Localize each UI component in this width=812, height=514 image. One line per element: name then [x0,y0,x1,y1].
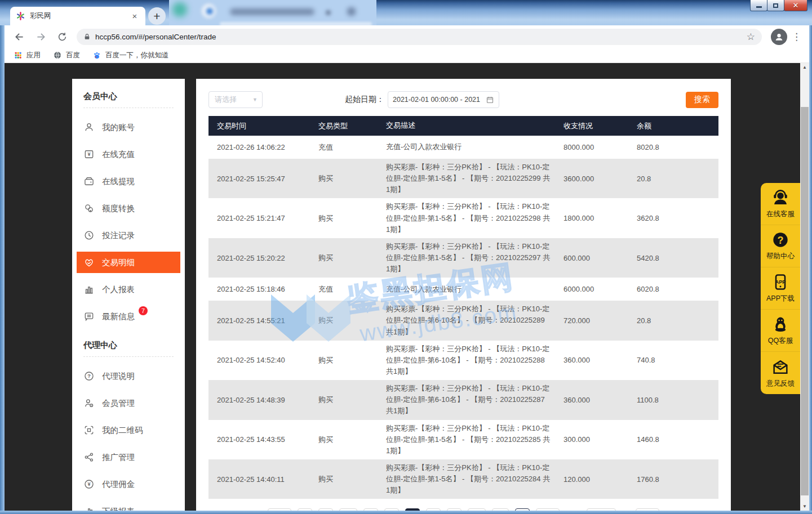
browser-menu-icon[interactable]: ⋮ [792,31,801,43]
question-icon: ? [83,370,95,382]
table-row: 2021-02-25 15:18:46 充值 充值-公司入款农业银行 6000.… [208,278,718,301]
profile-avatar[interactable] [771,29,787,45]
column-header: 交易类型 [318,121,386,131]
service-item-QQ客服[interactable]: QQ客服 [761,310,800,352]
url-bar[interactable]: hccp56.com/#/personalCenter/trade ☆ [77,29,762,45]
sidebar-item-个人报表[interactable]: 个人报表 [77,276,180,303]
scrollbar-thumb[interactable] [801,107,809,495]
page-scrollbar[interactable]: ▲ ▼ [800,63,809,511]
trade-icon [83,257,95,268]
window-frame-bottom [0,511,812,514]
globe-icon [53,51,62,60]
table-row: 2021-02-25 14:40:11 购买 购买彩票-【彩种：三分PK拾】 -… [208,459,718,499]
service-item-在线客服[interactable]: 在线客服 [761,183,800,225]
type-select[interactable]: 请选择 ▼ [208,91,263,108]
divider [83,356,174,357]
browser-tab[interactable]: 彩民网 × [10,7,145,25]
svg-text:APP: APP [775,279,786,285]
table-row: 2021-02-25 15:21:47 购买 购买彩票-【彩种：三分PK拾】 -… [208,198,718,238]
sidebar-item-投注记录[interactable]: 投注记录 [77,222,180,249]
service-item-APP下载[interactable]: APP APP下载 [761,267,800,310]
report-icon [83,284,95,295]
date-range-input[interactable]: 2021-02-01 00:00:00 - 2021 [388,91,499,108]
sidebar-item-我的账号[interactable]: 我的账号 [77,114,180,141]
blurred-region [169,0,376,26]
sidebar-item-代理说明[interactable]: ? 代理说明 [77,363,180,390]
window-frame-left [0,25,5,511]
date-label: 起始日期： [345,95,384,105]
sidebar-item-我的二维码[interactable]: 我的二维码 [77,417,180,444]
sidebar-item-在线充值[interactable]: ¥ 在线充值 [77,141,180,168]
site-favicon-icon [16,11,25,21]
minimize-button[interactable] [750,0,767,11]
promotion-icon [83,452,95,463]
member-manage-icon [83,397,95,409]
news-icon [83,311,95,322]
window-frame-right [809,25,812,511]
online-service-icon [771,189,789,207]
column-header: 交易描述 [386,120,563,131]
scroll-down-icon[interactable]: ▼ [800,502,809,511]
sidebar-item-在线提现[interactable]: 在线提现 [77,168,180,195]
qrcode-icon [83,424,95,436]
convert-icon [83,203,95,214]
titlebar: 彩民网 × + ✕ [0,0,812,25]
tab-close-icon[interactable]: × [130,11,140,21]
main-panel: 请选择 ▼ 起始日期： 2021-02-01 00:00:00 - 2021 搜… [196,79,731,511]
column-header: 收支情况 [563,121,637,131]
bookmark-item[interactable]: 百度 [53,51,80,60]
bookmark-star-icon[interactable]: ☆ [747,31,755,43]
table-row: 2021-02-25 14:43:55 购买 购买彩票-【彩种：三分PK拾】 -… [208,420,718,459]
search-button[interactable]: 搜索 [686,92,718,108]
service-item-帮助中心[interactable]: ? 帮助中心 [761,225,800,267]
sidebar-item-交易明细[interactable]: 交易明细 [77,252,180,273]
url-text: hccp56.com/#/personalCenter/trade [95,33,742,41]
minimize-icon [756,6,762,8]
table-row: 2021-02-25 14:55:21 购买 购买彩票-【彩种：三分PK拾】 -… [208,301,718,340]
calendar-icon [486,96,494,104]
sidebar-item-代理佣金[interactable]: ¥ 代理佣金 [77,471,180,498]
svg-text:¥: ¥ [87,481,91,487]
close-button[interactable]: ✕ [784,0,807,11]
date-value: 2021-02-01 00:00:00 - 2021 [393,96,480,104]
window-controls: ✕ [751,0,807,11]
service-item-意见反馈[interactable]: 意见反馈 [761,352,800,394]
scroll-up-icon[interactable]: ▲ [800,63,809,71]
lock-icon [83,33,91,41]
maximize-button[interactable] [767,0,784,11]
bookmark-item[interactable]: 应用 [14,51,41,60]
feedback-icon [771,358,789,376]
sidebar-menu: 我的账号 ¥ 在线充值 在线提现 额度转换 投注记录 交易明细 个人报表 最新信… [83,114,174,330]
svg-text:¥: ¥ [87,151,91,157]
bookmark-item[interactable]: 百度一下，你就知道 [92,51,169,60]
sidebar: 会员中心 我的账号 ¥ 在线充值 在线提现 额度转换 投注记录 交易明细 个人报… [72,79,185,511]
baidu-icon [92,51,101,60]
qq-service-icon [771,315,789,333]
user-icon [83,122,95,133]
table-row: 2021-02-26 14:06:22 充值 充值-公司入款农业银行 8000.… [208,136,718,159]
browser-toolbar: hccp56.com/#/personalCenter/trade ☆ ⋮ [5,25,809,48]
back-button[interactable] [12,30,26,43]
table-header: 交易时间交易类型交易描述收支情况余额 [208,116,718,136]
forward-button[interactable] [34,30,47,43]
sidebar-menu: ? 代理说明 会员管理 我的二维码 推广管理 ¥ 代理佣金 下级报表 [83,363,174,514]
sidebar-item-推广管理[interactable]: 推广管理 [77,444,180,471]
close-icon: ✕ [793,1,799,10]
help-center-icon: ? [771,231,789,249]
page-content: 会员中心 我的账号 ¥ 在线充值 在线提现 额度转换 投注记录 交易明细 个人报… [5,63,809,511]
bet-record-icon [83,230,95,241]
sidebar-section-title: 代理中心 [83,338,174,356]
bookmarks-bar: 应用 百度 百度一下，你就知道 [5,48,809,63]
sidebar-item-会员管理[interactable]: 会员管理 [77,390,180,417]
apps-grid-icon [14,51,23,60]
sidebar-item-额度转换[interactable]: 额度转换 [77,195,180,222]
commission-icon: ¥ [83,479,95,490]
recharge-icon: ¥ [83,149,95,160]
table-body: 2021-02-26 14:06:22 充值 充值-公司入款农业银行 8000.… [208,136,718,499]
new-tab-button[interactable]: + [148,7,166,25]
sidebar-item-最新信息[interactable]: 最新信息 7 [77,303,180,330]
app-download-icon: APP [771,273,789,291]
sidebar-section-title: 会员中心 [83,89,174,108]
reload-button[interactable] [55,30,69,43]
filter-row: 请选择 ▼ 起始日期： 2021-02-01 00:00:00 - 2021 搜… [208,91,718,108]
